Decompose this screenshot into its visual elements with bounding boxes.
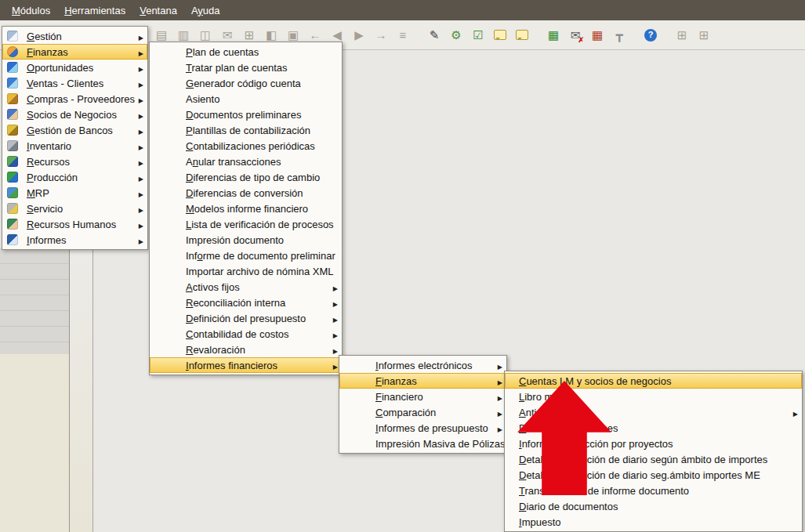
calculator-alt-icon[interactable]: ⊞ [695,27,713,44]
modules-menu: Gestión Finanzas Oportunidades Ventas - … [2,26,148,250]
menu-item[interactable]: Definición del presupuesto [150,310,342,326]
menu-item-label: Servicio [27,203,63,215]
submenu-arrow-icon [793,407,798,418]
submenu-arrow-icon [333,360,338,371]
submenu-arrow-icon [139,157,143,167]
menubar-item[interactable]: Ayuda [184,1,227,20]
menu-item[interactable]: Anular transacciones [150,154,342,169]
submenu-arrow-icon [139,63,143,73]
menu-item[interactable]: Contabilidad de costos [150,326,342,342]
submenu-arrow-icon [139,110,143,120]
menu-item[interactable]: Contabilizaciones periódicas [150,138,342,154]
menu-item[interactable]: Informes [2,232,147,248]
submenu-arrow-icon [139,78,143,89]
menu-item-label: Producción [27,172,78,183]
menu-item[interactable]: Revaloración [150,342,342,357]
menu-item-label: Gestión [27,31,62,42]
production-module-icon [7,172,18,183]
submenu-arrow-icon [498,360,502,371]
menu-item[interactable]: Diario de documentos [505,498,802,514]
mail-error-icon[interactable]: ✉ ✗ [567,27,584,44]
submenu-arrow-icon [139,235,143,245]
menu-item[interactable]: Modelos informe financiero [150,201,342,216]
menu-item-label: Contabilizaciones periódicas [186,140,315,152]
menu-item[interactable]: Plan de cuentas [150,44,342,60]
menu-item[interactable]: Financiero [339,389,506,404]
calculator-icon[interactable]: ⊞ [673,27,691,44]
menu-item[interactable]: Socios de Negocios [2,107,147,122]
help-icon[interactable]: ? [642,27,659,44]
filter-icon[interactable]: ≡ [394,27,412,44]
menu-item[interactable]: Finanzas [339,373,506,389]
menu-item[interactable]: Informe de documento preliminar [150,248,342,263]
menu-item[interactable]: Diferencias de conversión [150,185,342,201]
menu-item[interactable]: Impresión documento [150,232,342,248]
menu-item[interactable]: Ventas - Clientes [2,75,147,91]
calendar-table-icon[interactable]: ▦ [589,27,606,44]
remarks-bubble-icon[interactable] [491,27,509,44]
admin-module-icon [7,31,18,42]
org-chart-icon[interactable]: ┳ [611,27,628,44]
submenu-arrow-icon [498,423,502,433]
menu-item[interactable]: Reconciliación interna [150,295,342,310]
menu-item[interactable]: Informes de presupuesto [339,420,506,436]
error-badge-icon: ✗ [578,36,584,44]
menu-item[interactable]: Asiento [150,91,342,107]
menubar-item[interactable]: Herramientas [57,1,132,20]
menu-item[interactable]: Diferencias de tipo de cambio [150,169,342,185]
submenu-arrow-icon [139,94,143,104]
menu-item-label: MRP [27,187,49,199]
business-partners-module-icon [7,109,18,120]
menu-item[interactable]: Lista de verificación de procesos [150,216,342,232]
menu-item-label: Informes financieros [186,360,277,371]
menu-item-label: Modelos informe financiero [186,203,308,215]
menu-item[interactable]: Inventario [2,138,147,154]
menu-item[interactable]: Gestión de Bancos [2,122,147,138]
menu-item[interactable]: Informes electrónicos [339,357,506,373]
menu-item[interactable]: Compras - Proveedores [2,91,147,107]
menu-item-label: Informe de documento preliminar [186,250,335,262]
submenu-arrow-icon [139,47,143,57]
grid-report-icon[interactable]: ▦ [545,27,562,44]
service-module-icon [7,203,18,214]
menu-item[interactable]: Comparación [339,404,506,420]
menu-item[interactable]: Plantillas de contabilización [150,122,342,138]
menubar-item[interactable]: Módulos [5,1,57,20]
document-generation-icon[interactable]: ⚙ [448,27,465,44]
menu-item-label: Activos fijos [186,281,240,293]
menu-item[interactable]: Oportunidades [2,60,147,75]
menu-item[interactable]: Servicio [2,201,147,216]
menu-item-label: Socios de Negocios [27,109,117,121]
menu-item[interactable]: Producción [2,169,147,185]
submenu-arrow-icon [333,313,338,324]
menu-item-label: Gestión de Bancos [27,125,113,136]
menu-item[interactable]: Documentos preliminares [150,107,342,122]
submenu-arrow-icon [139,141,143,151]
menu-item[interactable]: Generador código cuenta [150,75,342,91]
menu-item-label: Informes [27,234,67,246]
menu-item[interactable]: MRP [2,185,147,201]
background-grid-rows [0,248,70,354]
menu-item[interactable]: Impuesto [505,514,802,530]
menu-item[interactable]: Activos fijos [150,279,342,295]
menu-item[interactable]: Recursos Humanos [2,216,147,232]
submenu-arrow-icon [498,407,502,418]
submenu-arrow-icon [333,345,338,355]
menu-item[interactable]: Impresión Masiva de Pólizas [339,436,506,451]
approved-form-icon[interactable]: ☑ [470,27,487,44]
menu-item[interactable]: Tratar plan de cuentas [150,60,342,75]
menu-item[interactable]: Recursos [2,154,147,169]
menu-item[interactable]: Importar archivo de nómina XML [150,263,342,279]
menu-item[interactable]: Gestión [2,28,147,44]
submenu-arrow-icon [139,204,143,214]
menu-item-label: Importar archivo de nómina XML [186,266,334,277]
menu-item[interactable]: Informes financieros [150,357,342,373]
next-record-icon[interactable]: ▶ [350,27,368,44]
edit-pencil-icon[interactable]: ✎ [426,27,443,44]
menu-item[interactable]: Cuentas LM y socios de negocios [505,373,802,389]
last-record-icon[interactable]: → [372,27,390,44]
inventory-module-icon [7,140,18,151]
menu-item[interactable]: Finanzas [2,44,147,60]
menubar-item[interactable]: Ventana [132,1,184,20]
messages-bubble-icon[interactable] [513,27,531,44]
